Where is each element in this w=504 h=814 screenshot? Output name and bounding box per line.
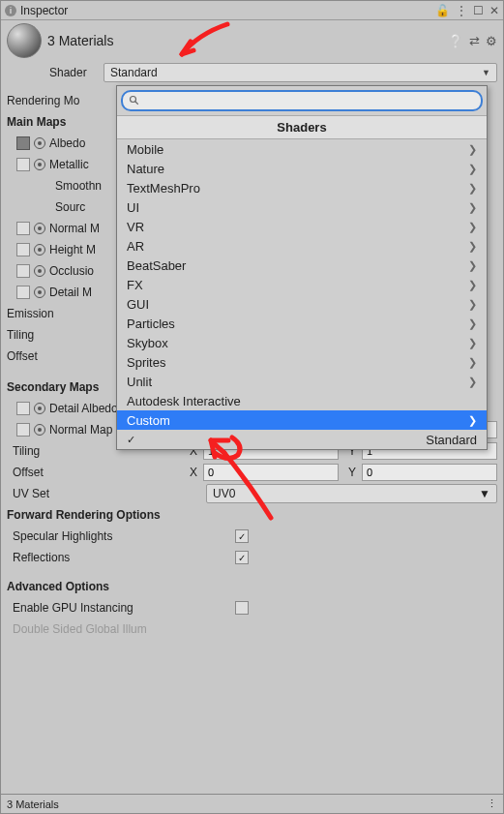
search-icon bbox=[129, 95, 140, 106]
shader-menu-item[interactable]: VR❯ bbox=[117, 217, 487, 236]
shader-search-input[interactable] bbox=[144, 95, 475, 106]
advanced-options-header: Advanced Options bbox=[7, 576, 497, 597]
help-icon[interactable]: ❔ bbox=[448, 34, 463, 48]
shader-menu-item[interactable]: Unlit❯ bbox=[117, 372, 487, 391]
shader-menu-item-label: TextMeshPro bbox=[127, 181, 200, 196]
footer: 3 Materials ⋮ bbox=[1, 794, 503, 813]
shader-menu-item-label: Sprites bbox=[127, 355, 165, 370]
shader-menu-item-label: GUI bbox=[127, 297, 149, 312]
normalmap-checkbox[interactable] bbox=[16, 222, 30, 235]
reflections-label: Reflections bbox=[7, 551, 200, 564]
shader-menu-item-label: VR bbox=[127, 220, 144, 234]
reflections-row: Reflections ✓ bbox=[7, 547, 497, 568]
shader-menu-item-label: Unlit bbox=[127, 375, 152, 389]
maximize-icon[interactable]: ☐ bbox=[473, 4, 484, 17]
shader-menu-item[interactable]: Standard bbox=[117, 430, 487, 449]
shader-menu-item-label: BeatSaber bbox=[127, 258, 186, 273]
chevron-right-icon: ❯ bbox=[468, 356, 477, 369]
texture-slot-icon[interactable] bbox=[34, 403, 45, 414]
offset2-x[interactable] bbox=[203, 464, 339, 481]
shader-menu-item[interactable]: Particles❯ bbox=[117, 314, 487, 333]
normalmap2-checkbox[interactable] bbox=[16, 423, 30, 437]
chevron-right-icon: ❯ bbox=[468, 182, 477, 195]
specular-row: Specular Highlights ✓ bbox=[7, 526, 497, 547]
shader-menu-item[interactable]: GUI❯ bbox=[117, 294, 487, 314]
detailmask-checkbox[interactable] bbox=[16, 286, 30, 299]
shader-dropdown[interactable]: Standard ▼ bbox=[104, 63, 497, 82]
texture-slot-icon[interactable] bbox=[34, 286, 45, 298]
gear-icon[interactable]: ⚙ bbox=[486, 34, 497, 48]
uvset-value: UV0 bbox=[213, 487, 235, 500]
occlusion-checkbox[interactable] bbox=[16, 264, 30, 278]
shader-popup: Shaders Mobile❯Nature❯TextMeshPro❯UI❯VR❯… bbox=[116, 85, 488, 450]
shader-value: Standard bbox=[110, 66, 158, 79]
footer-title: 3 Materials bbox=[7, 799, 59, 810]
chevron-right-icon: ❯ bbox=[468, 163, 477, 175]
rendering-mode-label: Rendering Mo bbox=[7, 94, 79, 107]
shader-label: Shader bbox=[49, 66, 98, 79]
doublesided-row: Double Sided Global Illum bbox=[7, 618, 497, 640]
shader-menu-item-label: Autodesk Interactive bbox=[127, 394, 241, 408]
uvset-dropdown[interactable]: UV0 ▼ bbox=[206, 484, 497, 503]
shader-menu-item[interactable]: Autodesk Interactive bbox=[117, 391, 487, 410]
material-preview-sphere bbox=[7, 23, 42, 58]
albedo-swatch[interactable] bbox=[16, 136, 30, 150]
reflections-checkbox[interactable]: ✓ bbox=[235, 551, 249, 564]
texture-slot-icon[interactable] bbox=[34, 137, 45, 149]
shader-menu-item-label: UI bbox=[127, 200, 139, 215]
shader-menu-item[interactable]: FX❯ bbox=[117, 275, 487, 294]
detail-albedo-checkbox[interactable] bbox=[16, 402, 30, 415]
emission-label: Emission bbox=[7, 307, 54, 320]
gpu-instancing-label: Enable GPU Instancing bbox=[7, 601, 200, 615]
chevron-right-icon: ❯ bbox=[468, 259, 477, 272]
texture-slot-icon[interactable] bbox=[34, 159, 45, 170]
forward-options-header: Forward Rendering Options bbox=[7, 504, 497, 526]
shader-menu-item[interactable]: AR❯ bbox=[117, 236, 487, 256]
tab-menu-icon[interactable]: ⋮ bbox=[456, 4, 467, 17]
shader-menu-item[interactable]: Custom❯ bbox=[117, 410, 487, 430]
shader-menu-item[interactable]: Mobile❯ bbox=[117, 139, 487, 159]
close-icon[interactable]: ✕ bbox=[489, 4, 499, 17]
heightmap-checkbox[interactable] bbox=[16, 243, 30, 256]
material-title: 3 Materials bbox=[47, 33, 113, 48]
shader-menu-item[interactable]: Skybox❯ bbox=[117, 333, 487, 352]
shader-menu-item[interactable]: BeatSaber❯ bbox=[117, 256, 487, 275]
chevron-right-icon: ❯ bbox=[468, 298, 477, 311]
metallic-checkbox[interactable] bbox=[16, 158, 30, 171]
chevron-right-icon: ❯ bbox=[468, 376, 477, 388]
texture-slot-icon[interactable] bbox=[34, 265, 45, 277]
texture-slot-icon[interactable] bbox=[34, 244, 45, 256]
shader-menu-item[interactable]: UI❯ bbox=[117, 197, 487, 217]
shader-menu-item[interactable]: Sprites❯ bbox=[117, 352, 487, 372]
shader-menu-item-label: FX bbox=[127, 278, 143, 292]
chevron-right-icon: ❯ bbox=[468, 221, 477, 233]
svg-line-1 bbox=[135, 102, 138, 105]
texture-slot-icon[interactable] bbox=[34, 223, 45, 234]
presets-icon[interactable]: ⇄ bbox=[469, 34, 480, 48]
gpu-instancing-row: Enable GPU Instancing bbox=[7, 597, 497, 618]
chevron-down-icon: ▼ bbox=[482, 68, 490, 77]
shader-row: Shader Standard ▼ bbox=[1, 61, 503, 86]
footer-menu-icon[interactable]: ⋮ bbox=[487, 798, 497, 810]
shader-menu-item[interactable]: Nature❯ bbox=[117, 159, 487, 178]
advanced-options-label: Advanced Options bbox=[7, 580, 109, 593]
doublesided-label: Double Sided Global Illum bbox=[7, 622, 200, 636]
chevron-right-icon: ❯ bbox=[468, 317, 477, 330]
shader-menu-list: Mobile❯Nature❯TextMeshPro❯UI❯VR❯AR❯BeatS… bbox=[117, 139, 487, 449]
shader-menu-item-label: Standard bbox=[426, 433, 477, 447]
chevron-right-icon: ❯ bbox=[468, 414, 477, 427]
y-label: Y bbox=[344, 466, 356, 479]
forward-options-label: Forward Rendering Options bbox=[7, 508, 161, 522]
chevron-right-icon: ❯ bbox=[468, 279, 477, 291]
specular-label: Specular Highlights bbox=[7, 529, 200, 543]
texture-slot-icon[interactable] bbox=[34, 424, 45, 436]
shader-menu-item[interactable]: TextMeshPro❯ bbox=[117, 178, 487, 197]
gpu-instancing-checkbox[interactable] bbox=[235, 601, 249, 615]
offset2-y[interactable] bbox=[362, 464, 497, 481]
shader-menu-item-label: Skybox bbox=[127, 336, 168, 350]
lock-icon[interactable]: 🔓 bbox=[435, 4, 450, 17]
specular-checkbox[interactable]: ✓ bbox=[235, 529, 249, 543]
tiling-label: Tiling bbox=[7, 328, 34, 342]
shader-popup-header: Shaders bbox=[117, 115, 487, 139]
shader-search[interactable] bbox=[121, 90, 483, 111]
